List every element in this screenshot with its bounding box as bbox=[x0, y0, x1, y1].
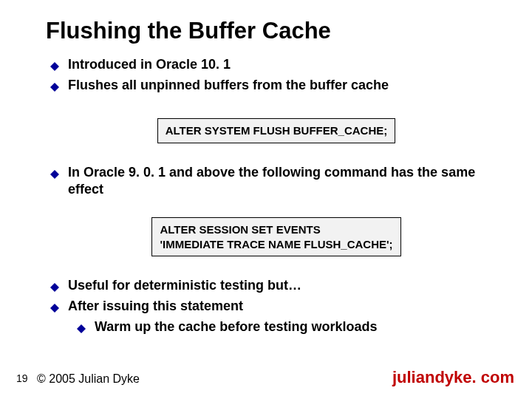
code-box-wrap: ALTER SYSTEM FLUSH BUFFER_CACHE; bbox=[50, 118, 502, 143]
svg-marker-1 bbox=[50, 83, 59, 92]
bullet-text: In Oracle 9. 0. 1 and above the followin… bbox=[68, 164, 502, 199]
code-line: ALTER SYSTEM FLUSH BUFFER_CACHE; bbox=[166, 124, 388, 137]
diamond-bullet-icon bbox=[50, 81, 59, 95]
sub-bullet-item: Warm up the cache before testing workloa… bbox=[77, 318, 502, 336]
svg-marker-2 bbox=[50, 170, 59, 179]
page-number: 19 bbox=[16, 372, 28, 384]
bullet-text: Useful for deterministic testing but… bbox=[68, 277, 301, 294]
bullet-item: Flushes all unpinned buffers from the bu… bbox=[50, 77, 502, 95]
copyright-text: © 2005 Julian Dyke bbox=[37, 372, 140, 386]
code-box: ALTER SESSION SET EVENTS 'IMMEDIATE TRAC… bbox=[151, 217, 400, 256]
bullet-item: Introduced in Oracle 10. 1 bbox=[50, 56, 502, 74]
diamond-bullet-icon bbox=[50, 282, 59, 295]
diamond-bullet-icon bbox=[50, 302, 59, 316]
svg-marker-4 bbox=[50, 304, 59, 313]
bullet-item: Useful for deterministic testing but… bbox=[50, 277, 502, 295]
site-url: juliandyke. com bbox=[392, 368, 514, 387]
bullet-text: Introduced in Oracle 10. 1 bbox=[68, 56, 231, 73]
svg-marker-5 bbox=[77, 324, 86, 333]
bullet-text: After issuing this statement bbox=[68, 298, 243, 315]
slide-content: Introduced in Oracle 10. 1 Flushes all u… bbox=[50, 56, 502, 339]
bullet-item: In Oracle 9. 0. 1 and above the followin… bbox=[50, 164, 502, 199]
code-box: ALTER SYSTEM FLUSH BUFFER_CACHE; bbox=[157, 118, 396, 143]
code-box-wrap: ALTER SESSION SET EVENTS 'IMMEDIATE TRAC… bbox=[50, 217, 502, 256]
svg-marker-0 bbox=[50, 62, 59, 71]
svg-marker-3 bbox=[50, 283, 59, 292]
slide: Flushing the Buffer Cache Introduced in … bbox=[0, 0, 532, 399]
code-line: 'IMMEDIATE TRACE NAME FLUSH_CACHE'; bbox=[160, 238, 392, 250]
diamond-bullet-icon bbox=[77, 323, 86, 336]
bullet-item: After issuing this statement bbox=[50, 298, 502, 316]
bullet-text: Warm up the cache before testing workloa… bbox=[95, 318, 377, 335]
diamond-bullet-icon bbox=[50, 168, 59, 182]
slide-title: Flushing the Buffer Cache bbox=[46, 18, 331, 44]
code-line: ALTER SESSION SET EVENTS bbox=[160, 223, 320, 236]
bullet-text: Flushes all unpinned buffers from the bu… bbox=[68, 77, 389, 94]
diamond-bullet-icon bbox=[50, 61, 59, 74]
